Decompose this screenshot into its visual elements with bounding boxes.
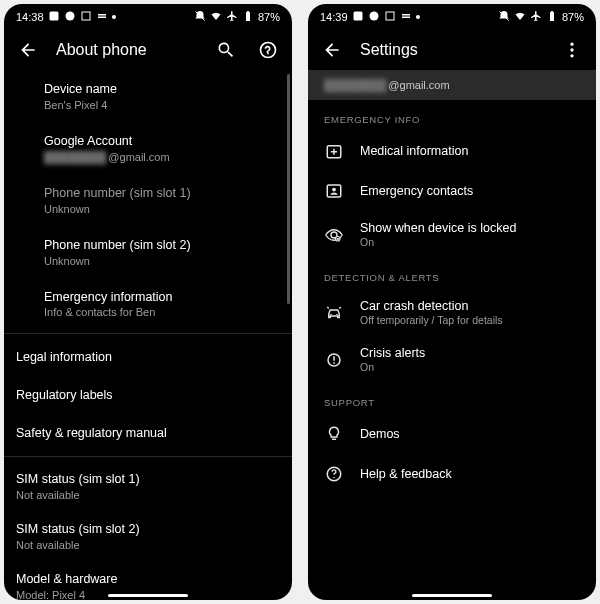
airplane-icon [226, 10, 238, 24]
notif-icon [96, 10, 108, 24]
dnd-icon [498, 10, 510, 24]
car-crash-icon [324, 303, 344, 323]
svg-rect-6 [246, 12, 250, 21]
help-icon [324, 464, 344, 484]
divider [4, 333, 292, 334]
item-safety-manual[interactable]: Safety & regulatory manual [4, 414, 292, 452]
airplane-icon [530, 10, 542, 24]
status-bar: 14:38 • 87% [4, 4, 292, 30]
overflow-dot: • [416, 11, 421, 23]
item-phone-sim1[interactable]: Phone number (sim slot 1) Unknown [44, 174, 292, 226]
notif-icon [64, 10, 76, 24]
svg-point-24 [330, 313, 332, 315]
svg-rect-15 [551, 11, 553, 12]
appbar: Settings [308, 30, 596, 70]
row-emergency-contacts[interactable]: Emergency contacts [308, 171, 596, 211]
settings-list: Emergency info Medical information Emerg… [308, 100, 596, 600]
svg-rect-3 [98, 14, 106, 16]
section-header: Emergency info [308, 100, 596, 131]
search-button[interactable] [212, 36, 240, 64]
item-regulatory[interactable]: Regulatory labels [4, 376, 292, 414]
section-header: Support [308, 383, 596, 414]
section-header: Detection & alerts [308, 258, 596, 289]
wifi-icon [514, 10, 526, 24]
svg-rect-29 [332, 439, 337, 441]
svg-rect-12 [402, 17, 410, 19]
help-button[interactable] [254, 36, 282, 64]
bulb-icon [324, 424, 344, 444]
item-legal[interactable]: Legal information [4, 338, 292, 376]
svg-point-31 [333, 477, 335, 479]
clock: 14:38 [16, 11, 44, 23]
item-emergency-info[interactable]: Emergency information Info & contacts fo… [44, 278, 292, 330]
notif-icon [80, 10, 92, 24]
svg-point-1 [65, 12, 74, 21]
svg-rect-2 [82, 12, 90, 20]
row-show-locked[interactable]: Show when device is locked On [308, 211, 596, 258]
svg-rect-28 [333, 362, 335, 364]
svg-rect-7 [247, 11, 249, 12]
svg-point-9 [369, 12, 378, 21]
account-bar[interactable]: ████████@gmail.com [308, 70, 596, 100]
svg-point-25 [336, 313, 338, 315]
item-phone-sim2[interactable]: Phone number (sim slot 2) Unknown [44, 226, 292, 278]
eye-lock-icon [324, 225, 344, 245]
alert-icon [324, 350, 344, 370]
svg-rect-23 [337, 238, 339, 240]
scrollbar[interactable] [287, 74, 290, 304]
row-car-crash[interactable]: Car crash detection Off temporarily / Ta… [308, 289, 596, 336]
phone-about: 14:38 • 87% About phone Device name Ben'… [4, 4, 292, 600]
nav-handle[interactable] [108, 594, 188, 597]
status-bar: 14:39 • 87% [308, 4, 596, 30]
svg-point-16 [570, 43, 573, 46]
item-device-name[interactable]: Device name Ben's Pixel 4 [44, 70, 292, 122]
battery-icon [242, 10, 254, 24]
page-title: Settings [360, 41, 544, 59]
appbar: About phone [4, 30, 292, 70]
notif-icon [368, 10, 380, 24]
battery-pct: 87% [258, 11, 280, 23]
svg-rect-0 [49, 12, 58, 21]
contacts-icon [324, 181, 344, 201]
about-list: Device name Ben's Pixel 4 Google Account… [4, 70, 292, 600]
row-crisis-alerts[interactable]: Crisis alerts On [308, 336, 596, 383]
item-sim-status-1[interactable]: SIM status (sim slot 1) Not available [16, 461, 292, 511]
svg-rect-10 [386, 12, 394, 20]
svg-rect-14 [550, 12, 554, 21]
svg-point-17 [570, 48, 573, 51]
overflow-dot: • [112, 11, 117, 23]
notif-icon [384, 10, 396, 24]
overflow-button[interactable] [558, 36, 586, 64]
svg-rect-11 [402, 14, 410, 16]
battery-icon [546, 10, 558, 24]
svg-rect-27 [333, 356, 335, 361]
svg-rect-4 [98, 17, 106, 19]
clock: 14:39 [320, 11, 348, 23]
back-button[interactable] [318, 36, 346, 64]
phone-settings: 14:39 • 87% Settings ████████@gmail.com … [308, 4, 596, 600]
svg-point-18 [570, 54, 573, 57]
dnd-icon [194, 10, 206, 24]
item-google-account[interactable]: Google Account ████████@gmail.com [44, 122, 292, 174]
notif-icon [352, 10, 364, 24]
row-demos[interactable]: Demos [308, 414, 596, 454]
notif-icon [400, 10, 412, 24]
wifi-icon [210, 10, 222, 24]
page-title: About phone [56, 41, 198, 59]
back-button[interactable] [14, 36, 42, 64]
svg-point-21 [332, 188, 336, 192]
notif-icon [48, 10, 60, 24]
divider [4, 456, 292, 457]
row-medical-info[interactable]: Medical information [308, 131, 596, 171]
row-help-feedback[interactable]: Help & feedback [308, 454, 596, 494]
item-sim-status-2[interactable]: SIM status (sim slot 2) Not available [16, 511, 292, 561]
svg-rect-8 [353, 12, 362, 21]
medical-icon [324, 141, 344, 161]
battery-pct: 87% [562, 11, 584, 23]
nav-handle[interactable] [412, 594, 492, 597]
